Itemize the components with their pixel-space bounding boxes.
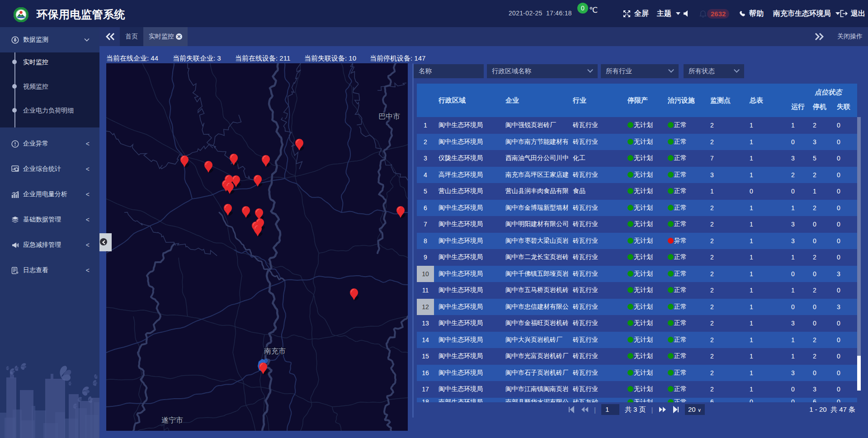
svg-text:巴中市: 巴中市 xyxy=(378,113,400,120)
svg-text:南充市: 南充市 xyxy=(264,347,286,355)
svg-text:遂宁市: 遂宁市 xyxy=(161,416,183,424)
